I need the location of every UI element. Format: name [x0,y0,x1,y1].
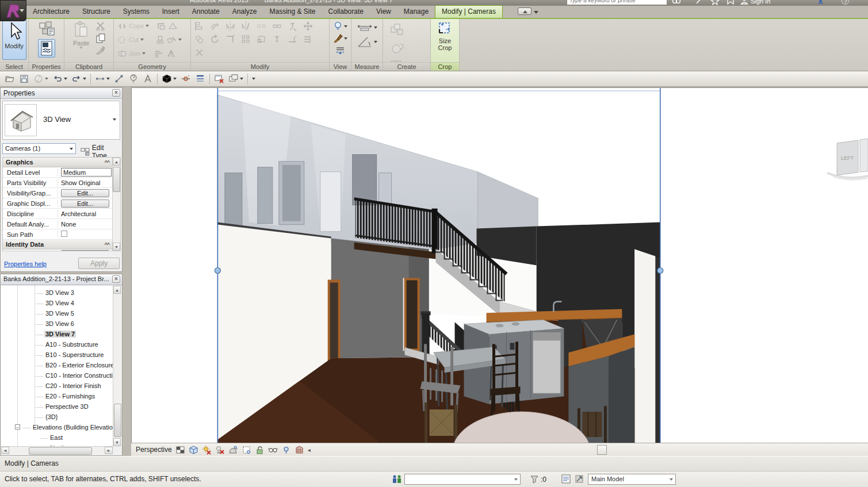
tab-view[interactable]: View [370,6,397,18]
viewbar-collapse-icon[interactable]: ◂ [308,447,311,453]
editable-only-icon[interactable] [561,474,571,484]
favorites-icon[interactable] [726,0,735,5]
tree-item-a10-substructure[interactable]: A10 - Substructure [36,339,113,350]
crop-drag-handle-right[interactable] [657,267,663,273]
tree-item-perspective-3d[interactable]: Perspective 3D [36,401,113,412]
mirror-draw-icon[interactable] [241,21,251,31]
paste-button[interactable]: Paste [70,19,92,49]
tree-item-3d[interactable]: {3D} [36,412,113,422]
sign-in-button[interactable]: Sign In [751,0,770,5]
type-selector-caret-icon[interactable] [113,118,116,121]
parts-visibility-value[interactable]: Show Original [58,179,113,186]
minimize-ribbon-button[interactable] [518,7,531,15]
type-selector[interactable]: 3D View [2,101,120,140]
panel-properties-label[interactable]: Properties [29,62,64,71]
switch-windows-button[interactable] [228,74,243,84]
delete-icon[interactable] [194,48,204,57]
tree-item-elevations[interactable]: Elevations (Building Elevation) [23,422,113,432]
tab-manage[interactable]: Manage [397,6,435,18]
tree-item-3d-view-7-selected[interactable]: 3D View 7 [36,329,113,339]
customize-qat-caret-icon[interactable] [252,78,255,80]
aligned-dimension-icon[interactable] [114,74,124,84]
sun-path-checkbox[interactable] [61,231,67,237]
copy-element-icon[interactable] [194,34,204,44]
default-3d-view-button[interactable] [162,74,177,84]
offset-icon[interactable] [210,21,220,31]
scroll-left-icon[interactable]: ◄ [1,447,9,454]
visibility-graphics-edit-button[interactable]: Edit... [61,189,109,197]
section-icon[interactable] [181,74,191,84]
communication-center-icon[interactable] [710,0,720,5]
shadows-off-icon[interactable] [215,445,225,455]
thin-lines-icon[interactable] [195,74,205,84]
crop-view-icon[interactable] [242,445,251,455]
ribbon-display-caret-icon[interactable] [534,11,538,14]
override-graphics-button[interactable] [333,33,347,43]
join-button[interactable]: Join [129,50,140,57]
redo-button[interactable] [71,74,86,84]
tab-analyze[interactable]: Analyze [226,6,263,18]
crop-drag-handle-left[interactable] [215,267,220,273]
graphic-display-edit-button[interactable]: Edit... [61,200,109,208]
scroll-up-icon[interactable]: ▲ [113,286,121,294]
move-icon[interactable] [303,21,313,31]
active-workset-dropdown[interactable]: Main Model [588,474,676,485]
tree-item-b10-superstructure[interactable]: B10 - Superstructure [36,350,113,360]
properties-palette-toggle[interactable] [38,39,55,57]
door-left[interactable] [328,279,341,361]
scroll-down-icon[interactable]: ▼ [113,438,121,446]
align-icon[interactable] [194,21,204,31]
unlocked-3d-view-icon[interactable] [255,445,265,455]
analytical-model-icon[interactable] [295,445,304,455]
wall-joins-icon[interactable] [155,49,165,59]
drawing-area[interactable]: LEFT [131,87,868,443]
scroll-up-icon[interactable]: ▲ [113,158,120,166]
worksets-icon[interactable] [392,474,402,484]
unpin-icon[interactable] [288,21,297,31]
array-icon[interactable] [241,34,251,44]
discipline-value[interactable]: Architectural [58,210,113,217]
create-group-icon[interactable] [390,22,405,37]
properties-scrollbar[interactable]: ▲ ▼ [112,157,121,251]
tab-systems[interactable]: Systems [117,6,156,18]
browser-vertical-scrollbar[interactable]: ▲ ▼ [113,286,121,446]
default-analysis-value[interactable]: None [58,221,113,228]
panel-select-label[interactable]: Select [0,62,28,71]
split-element-icon[interactable] [257,21,266,31]
tree-item-c10-interior-construction[interactable]: C10 - Interior Construction [36,370,113,381]
tree-item-east[interactable]: East [40,432,113,443]
panel-measure-label[interactable]: Measure [351,62,383,71]
selection-filter-dropdown[interactable]: Cameras (1) [2,143,76,154]
worksets-dropdown[interactable] [404,474,521,485]
browser-hscrollbar-thumb[interactable] [29,447,92,455]
panel-clipboard-label[interactable]: Clipboard [64,62,113,71]
view-visibility-button[interactable] [333,21,347,31]
properties-scrollbar-thumb[interactable] [113,167,120,192]
rotate-icon[interactable] [210,34,220,44]
panel-view-label[interactable]: View [330,62,351,71]
measure-qat-button[interactable] [95,74,110,84]
browser-horizontal-scrollbar[interactable]: ◄ ► [1,446,113,455]
solid-solid-cut-icon[interactable] [168,21,178,31]
tab-structure[interactable]: Structure [76,6,117,18]
panel-crop-label[interactable]: Crop [431,62,459,71]
filter-icon[interactable] [529,474,540,484]
cut-geometry-alt-icon[interactable] [156,21,166,31]
match-type-properties-icon[interactable] [95,45,105,55]
tab-architecture[interactable]: Architecture [26,6,76,18]
synchronize-button[interactable] [33,74,48,84]
project-browser-close-button[interactable]: ✕ [112,275,120,283]
reveal-hidden-elements-icon[interactable] [281,445,291,455]
project-browser-title[interactable]: Banks Addition_2-21-13 - Project Br... ✕ [1,274,122,285]
horizontal-scrollbar-thumb[interactable] [597,445,607,455]
close-hidden-windows-icon[interactable] [214,74,224,84]
create-similar-icon[interactable] [390,41,405,56]
panel-modify-label[interactable]: Modify [191,62,329,71]
tree-item-3d-view-6[interactable]: 3D View 6 [36,319,113,329]
measure-button[interactable] [357,24,377,32]
split-with-gap-icon[interactable] [272,21,282,31]
search-binoculars-icon[interactable] [672,0,681,5]
right-white-wall[interactable] [634,250,655,443]
graphics-section-header[interactable]: Graphics^^ [3,158,113,167]
identity-data-section-header[interactable]: Identity Data^^ [3,240,113,250]
